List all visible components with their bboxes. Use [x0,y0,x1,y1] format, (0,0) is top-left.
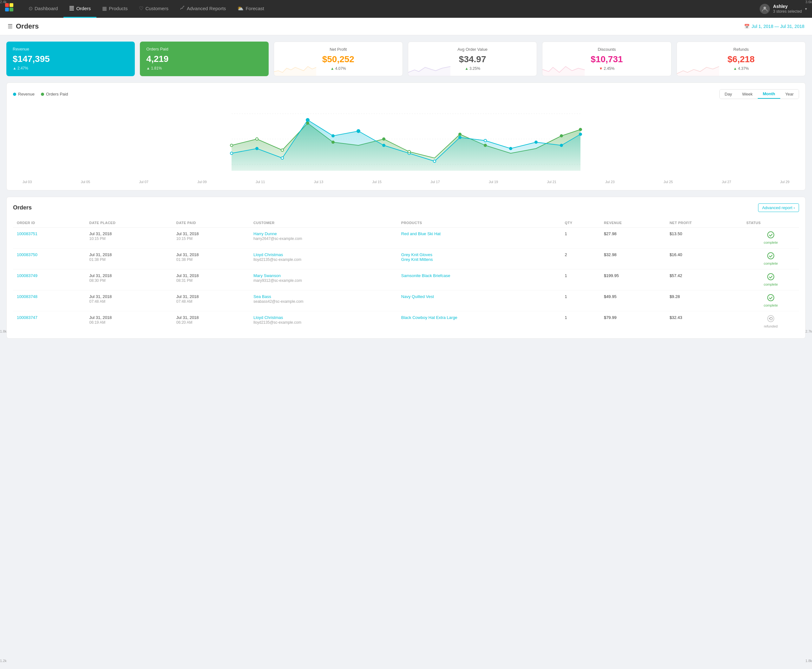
svg-point-37 [408,150,411,153]
page-header: ☰ Orders 📅 Jul 1, 2018 — Jul 31, 2018 [0,18,812,35]
orders-table-body: 100083751 Jul 31, 201810:15 PM Jul 31, 2… [13,227,799,332]
sparkline-avg-order [408,63,450,76]
order-id-link[interactable]: 100083750 [17,252,37,257]
advanced-report-link[interactable]: Advanced report › [758,203,799,212]
cell-customer: Lloyd Christmaslloyd2135@sc-example.com [250,311,398,332]
tab-month[interactable]: Month [758,89,780,99]
sidebar-item-orders[interactable]: Orders [64,0,96,18]
col-products: PRODUCTS [398,219,561,227]
sidebar-item-customers[interactable]: ♡ Customers [133,0,174,18]
cell-order-id: 100083749 [13,269,86,291]
revenue-area [232,120,580,171]
x-label-8: Jul 19 [489,180,498,184]
logo[interactable] [5,3,17,15]
user-menu[interactable]: Ashley 3 stores selected ▾ [760,3,807,14]
orders-section: Orders Advanced report › ORDER ID DATE P… [6,197,806,339]
svg-point-21 [357,129,360,133]
tab-day[interactable]: Day [720,89,737,99]
svg-point-18 [281,157,284,159]
cell-products: Black Cowboy Hat Extra Large [398,311,561,332]
x-label-11: Jul 25 [664,180,673,184]
svg-point-34 [306,122,309,124]
products-icon: ▦ [102,5,107,12]
svg-point-28 [535,141,537,143]
table-row: 100083749 Jul 31, 201808:30 PM Jul 31, 2… [13,269,799,291]
svg-point-24 [433,160,436,163]
tab-week[interactable]: Week [737,89,758,99]
customer-name[interactable]: Lloyd Christmas [253,252,283,257]
sparkline-refunds [677,63,719,76]
product-link[interactable]: Grey Knit Mittens [401,257,557,262]
svg-point-16 [230,152,233,155]
tab-year[interactable]: Year [780,89,799,99]
nav-label-dashboard: Dashboard [35,6,58,11]
cell-date-placed: Jul 31, 201801:38 PM [86,249,172,269]
sidebar-item-forecast[interactable]: ⛅ Forecast [232,0,270,18]
svg-point-33 [281,149,284,151]
orders-page-icon: ☰ [8,23,13,30]
order-id-link[interactable]: 100083751 [17,231,37,236]
cell-products: Red and Blue Ski Hat [398,227,561,249]
chart-y-axis-right: 3.6k 2.7k 1.8k [805,0,812,345]
svg-point-17 [256,147,258,150]
svg-point-25 [459,136,461,139]
forecast-icon: ⛅ [237,5,243,12]
cell-revenue: $32.98 [600,249,666,269]
chart-svg [13,104,799,177]
x-label-7: Jul 17 [430,180,440,184]
orders-table: ORDER ID DATE PLACED DATE PAID CUSTOMER … [13,219,799,332]
svg-marker-9 [274,67,316,76]
svg-rect-1 [10,3,13,7]
product-link[interactable]: Samsonite Black Briefcase [401,273,557,278]
product-link[interactable]: Red and Blue Ski Hat [401,231,557,236]
cell-products: Navy Quilted Vest [398,291,561,311]
svg-point-20 [332,134,334,137]
svg-rect-7 [69,10,74,10]
cell-net-profit: $32.43 [666,311,743,332]
dashboard-icon: ⊙ [29,5,33,12]
date-range[interactable]: 📅 Jul 1, 2018 — Jul 31, 2018 [744,24,804,29]
refunded-icon [767,315,774,324]
nav-label-products: Products [109,6,128,11]
legend-revenue: Revenue [13,92,35,96]
cell-date-placed: Jul 31, 201808:30 PM [86,269,172,291]
table-row: 100083747 Jul 31, 201806:19 AM Jul 31, 2… [13,311,799,332]
cell-revenue: $27.98 [600,227,666,249]
svg-point-41 [579,128,582,131]
product-link[interactable]: Navy Quilted Vest [401,294,557,299]
product-link[interactable]: Grey Knit Gloves [401,252,557,257]
customer-name[interactable]: Mary Swanson [253,273,281,278]
advanced-report-label: Advanced report › [762,205,795,210]
metric-card-revenue: Revenue $147,395 2.47% [6,42,135,76]
cell-order-id: 100083751 [13,227,86,249]
metric-label-net-profit: Net Profit [280,47,396,52]
complete-icon [767,252,774,261]
sidebar-item-dashboard[interactable]: ⊙ Dashboard [23,0,64,18]
customer-name[interactable]: Sea Bass [253,294,271,299]
sidebar-item-products[interactable]: ▦ Products [96,0,133,18]
cell-qty: 1 [561,227,600,249]
avatar [760,4,770,14]
order-id-link[interactable]: 100083748 [17,294,37,299]
order-id-link[interactable]: 100083749 [17,273,37,278]
order-id-link[interactable]: 100083747 [17,315,37,320]
col-order-id: ORDER ID [13,219,86,227]
chart-legend: Revenue Orders Paid [13,92,68,96]
x-label-13: Jul 29 [780,180,790,184]
x-label-0: Jul 03 [22,180,32,184]
metric-label-refunds: Refunds [683,47,799,52]
orders-icon [69,5,74,12]
customer-name[interactable]: Harry Dunne [253,231,277,236]
svg-point-36 [383,138,385,140]
svg-rect-6 [69,8,74,9]
sidebar-item-advanced-reports[interactable]: Advanced Reports [174,0,232,18]
date-range-value: Jul 1, 2018 — Jul 31, 2018 [752,24,804,29]
cell-qty: 1 [561,291,600,311]
cell-date-placed: Jul 31, 201807:48 AM [86,291,172,311]
product-link[interactable]: Black Cowboy Hat Extra Large [401,315,557,320]
svg-point-45 [768,294,774,301]
status-badge: complete [747,273,795,286]
cell-revenue: $49.95 [600,291,666,311]
metric-change-orders-paid: 1.81% [146,66,262,71]
customer-name[interactable]: Lloyd Christmas [253,315,283,320]
